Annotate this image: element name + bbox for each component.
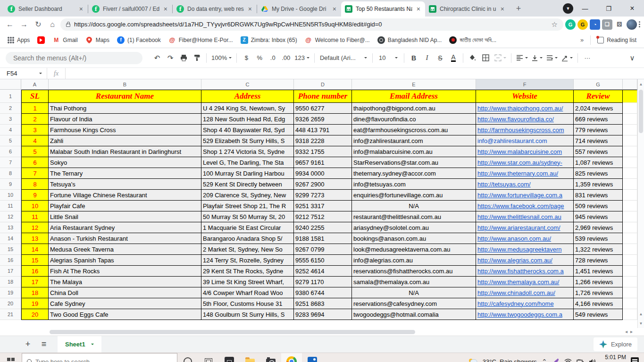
cell-link[interactable]: http://cafesydney.com/home (477, 300, 554, 307)
table-cell[interactable]: 9555 6150 (294, 255, 352, 266)
wifi-icon[interactable] (564, 359, 572, 362)
cell-link[interactable]: http://www.medusagreektavern (477, 246, 561, 253)
row-number[interactable]: 4 (0, 125, 21, 135)
omnibox[interactable]: https://docs.google.com/spreadsheets/d/1… (60, 18, 563, 31)
paint-format-icon[interactable] (191, 52, 203, 64)
table-cell[interactable]: 728 reviews (574, 255, 623, 266)
table-cell[interactable]: 1,359 reviews (574, 179, 623, 190)
table-cell[interactable]: Anason - Turkish Restaurant (49, 233, 201, 244)
column-header[interactable]: B (49, 79, 201, 90)
table-cell[interactable]: 509 reviews (574, 201, 623, 211)
table-cell[interactable] (623, 277, 637, 287)
profile-avatar[interactable] (627, 19, 637, 30)
collapse-menus-icon[interactable]: ∨ (626, 52, 638, 64)
scroll-down-icon[interactable]: ▼ (638, 319, 644, 328)
table-cell[interactable]: 209 Clarence St, Sydney, New (201, 190, 294, 201)
row-number[interactable]: 6 (0, 146, 21, 157)
table-cell[interactable]: 1,266 reviews (574, 277, 623, 287)
start-button[interactable] (0, 353, 22, 362)
table-cell[interactable] (623, 90, 637, 103)
table-cell[interactable]: theternary.sydney@accor.com (352, 168, 476, 179)
table-cell[interactable]: Tetsuya's (49, 179, 201, 190)
table-cell[interactable]: http://www.themalaya.com.au/ (476, 277, 574, 287)
row-number[interactable]: 3 (0, 114, 21, 125)
header-cell[interactable]: Review (574, 90, 623, 103)
header-cell[interactable]: Email Address (352, 90, 476, 103)
bookmark-item[interactable]: @Fiber@Home E-Por... (166, 34, 236, 46)
bookmark-item[interactable]: Apps (5, 35, 33, 45)
header-cell[interactable]: Phone number (294, 90, 352, 103)
table-cell[interactable]: 9283 9694 (294, 309, 352, 320)
table-cell[interactable]: 9326 2659 (294, 114, 352, 125)
table-cell[interactable]: Level G, The Darling, The Sta (201, 157, 294, 168)
table-cell[interactable]: Thai Pothong (49, 103, 201, 114)
table-cell[interactable]: 1,451 reviews (574, 266, 623, 277)
table-cell[interactable]: 15 (21, 255, 49, 266)
tab-close-icon[interactable]: × (332, 5, 337, 13)
table-cell[interactable]: Farmhouse Kings Cross (49, 125, 201, 135)
table-cell[interactable] (623, 157, 637, 168)
table-cell[interactable]: 4/6 Cowper Wharf Road Woo (201, 287, 294, 298)
text-rotation-icon[interactable] (560, 52, 574, 64)
table-cell[interactable]: http://www.theternary.com.au/ (476, 168, 574, 179)
table-cell[interactable]: http://www.ariarestaurant.com/ (476, 222, 574, 233)
table-cell[interactable]: 9279 1170 (294, 277, 352, 287)
cell-link[interactable]: http://www.twogoodeggs.com.a (477, 311, 562, 318)
horizontal-scroll-arrows[interactable]: ◂▸ (625, 329, 636, 334)
cell-link[interactable]: http://www.star.com.au/sydney- (477, 159, 562, 166)
table-cell[interactable]: http://cafesydney.com/home (476, 298, 574, 309)
table-cell[interactable]: 1 (21, 103, 49, 114)
horizontal-align-icon[interactable] (515, 52, 529, 64)
bookmark-item[interactable]: জাতীয় ভোক্তা অধি... (446, 34, 499, 46)
table-cell[interactable]: http://www.thaipothong.com.au/ (476, 103, 574, 114)
pinned-app-dark-button[interactable] (219, 353, 240, 362)
browser-tab[interactable]: fDo data entry, web res× (173, 1, 257, 17)
table-cell[interactable]: 2 Market St, Sydney, New So (201, 244, 294, 255)
fill-color-icon[interactable] (467, 52, 479, 64)
close-button[interactable]: × (620, 1, 644, 16)
table-cell[interactable] (623, 222, 637, 233)
table-cell[interactable]: Barangaroo Anadara Shop 5/ (201, 233, 294, 244)
table-cell[interactable]: http://tetsuyas.com/ (476, 179, 574, 190)
table-cell[interactable]: 448 413 791 (294, 125, 352, 135)
table-cell[interactable]: 714 reviews (574, 135, 623, 146)
table-cell[interactable]: https://www.facebook.com/page (476, 201, 574, 211)
table-cell[interactable]: 20 (21, 309, 49, 320)
table-cell[interactable]: 9188 1581 (294, 233, 352, 244)
table-cell[interactable]: Medusa Greek Taverna (49, 244, 201, 255)
horizontal-scroll-thumb[interactable] (50, 330, 415, 334)
format-percent-button[interactable]: % (253, 52, 266, 64)
table-cell[interactable]: http://www.alegrias.com.au/ (476, 255, 574, 266)
table-cell[interactable]: http://www.fishattherocks.com.a (476, 266, 574, 277)
chrome-taskbar-button[interactable] (281, 353, 302, 362)
minimize-button[interactable]: — (573, 1, 597, 16)
column-header[interactable]: G (574, 79, 623, 90)
cell-link[interactable]: http://www.malabarcuisine.com (477, 148, 562, 155)
number-format-button[interactable]: 123 (293, 52, 311, 64)
table-cell[interactable]: Playfair Cafe (49, 201, 201, 211)
table-cell[interactable]: 529 Elizabeth St Surry Hills, S (201, 135, 294, 146)
table-cell[interactable]: Aria Restaurant Sydney (49, 222, 201, 233)
cell-link[interactable]: http://www.flavourofindia.co/ (477, 116, 554, 123)
scroll-up-icon[interactable]: ▲ (638, 79, 644, 89)
table-cell[interactable]: Cafe Sydney (49, 298, 201, 309)
vertical-scroll-thumb[interactable] (639, 90, 643, 133)
browser-tab[interactable]: fSeller Dashboard× (4, 1, 88, 17)
extension-g-yellow-icon[interactable]: G (577, 19, 588, 30)
print-icon[interactable] (177, 52, 190, 64)
table-cell[interactable]: twogoodeggs@hotmail.comalia (352, 309, 476, 320)
add-sheet-icon[interactable]: + (20, 337, 36, 353)
table-cell[interactable]: StarReservations@star.com.au (352, 157, 476, 168)
table-cell[interactable]: 12 (21, 222, 49, 233)
media-controls-icon[interactable]: ▼ (563, 3, 573, 14)
table-cell[interactable]: reservations@cafesydney.com (352, 298, 476, 309)
table-cell[interactable]: 9251 8683 (294, 298, 352, 309)
header-cell[interactable]: Website (476, 90, 574, 103)
row-number[interactable]: 1 (0, 90, 21, 103)
bookmark-item[interactable] (34, 34, 48, 46)
table-cell[interactable]: 9267 0799 (294, 244, 352, 255)
table-cell[interactable]: 5 (21, 146, 49, 157)
table-cell[interactable]: thaipothong@bigpond.com.au (352, 103, 476, 114)
header-cell[interactable]: SL (21, 90, 49, 103)
browser-tab[interactable]: Chiropractic Clinic in u× (425, 1, 509, 17)
